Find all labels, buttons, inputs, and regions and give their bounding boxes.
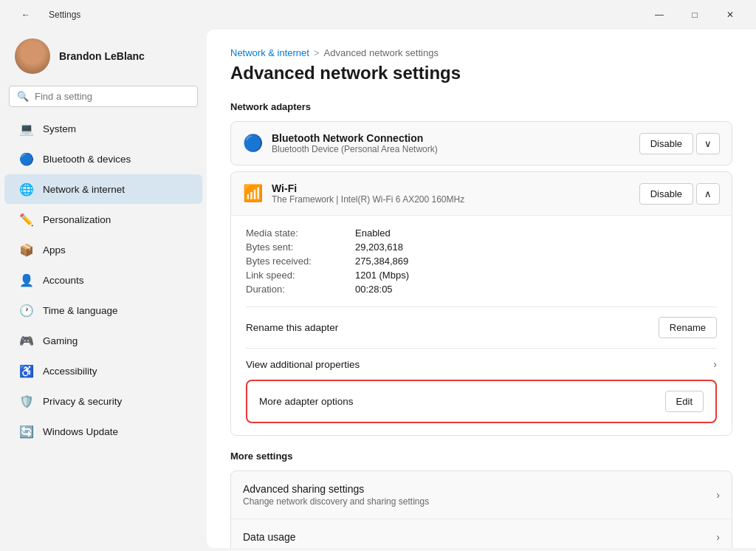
action-row-rename: Rename this adapter Rename xyxy=(246,307,717,348)
chevron-button-wifi-adapter[interactable]: ∧ xyxy=(696,183,720,205)
section-more-settings: More settings xyxy=(230,451,732,462)
user-name: Brandon LeBlanc xyxy=(59,50,145,62)
sidebar-item-windows-update[interactable]: 🔄 Windows Update xyxy=(4,417,202,446)
adapter-expanded-wifi-adapter: Media state:EnabledBytes sent:29,203,618… xyxy=(231,215,732,435)
minimize-button[interactable]: — xyxy=(642,4,676,25)
maximize-button[interactable]: □ xyxy=(678,4,712,25)
disable-button-wifi-adapter[interactable]: Disable xyxy=(639,183,693,205)
accessibility-icon: ♿ xyxy=(19,363,34,378)
accounts-icon: 👤 xyxy=(19,273,34,287)
main-content: Network & internet > Advanced network se… xyxy=(207,30,756,548)
privacy-icon: 🛡️ xyxy=(19,394,34,408)
adapter-icon-wifi-adapter: 📶 xyxy=(243,184,263,203)
sidebar-item-gaming[interactable]: 🎮 Gaming xyxy=(4,326,202,355)
avatar xyxy=(15,38,50,74)
adapter-card-bluetooth-adapter: 🔵 Bluetooth Network Connection Bluetooth… xyxy=(230,121,732,165)
titlebar: ← Settings — □ ✕ xyxy=(0,0,756,27)
settings-chevron-data-usage: › xyxy=(716,531,720,543)
app-title: Settings xyxy=(49,10,80,20)
network-icon: 🌐 xyxy=(19,182,34,196)
sidebar-item-accounts[interactable]: 👤 Accounts xyxy=(4,265,202,295)
sidebar-item-bluetooth[interactable]: 🔵 Bluetooth & devices xyxy=(4,144,202,174)
sidebar-label-apps: Apps xyxy=(43,244,66,256)
search-box: 🔍 xyxy=(9,86,198,107)
stat-value-4: 00:28:05 xyxy=(355,284,717,295)
stat-label-1: Bytes sent: xyxy=(246,242,349,253)
breadcrumb-current: Advanced network settings xyxy=(324,47,439,58)
stat-value-0: Enabled xyxy=(355,227,717,239)
sidebar-label-network: Network & internet xyxy=(43,184,125,195)
adapter-row-bluetooth-adapter: 🔵 Bluetooth Network Connection Bluetooth… xyxy=(231,122,732,165)
sidebar-item-personalization[interactable]: ✏️ Personalization xyxy=(4,205,202,234)
sidebar-item-accessibility[interactable]: ♿ Accessibility xyxy=(4,356,202,386)
stat-value-3: 1201 (Mbps) xyxy=(355,270,717,281)
action-row-view-props[interactable]: View additional properties › xyxy=(246,348,717,380)
stat-label-4: Duration: xyxy=(246,284,349,295)
settings-row-data-usage[interactable]: Data usage › xyxy=(231,519,732,548)
chevron-button-bluetooth-adapter[interactable]: ∨ xyxy=(696,133,720,154)
adapter-row-wifi-adapter: 📶 Wi-Fi The Framework | Intel(R) Wi-Fi 6… xyxy=(231,172,732,215)
action-label-rename: Rename this adapter xyxy=(246,322,659,333)
sidebar: Brandon LeBlanc 🔍 💻 System 🔵 Bluetooth &… xyxy=(0,27,207,551)
adapter-card-wifi-adapter: 📶 Wi-Fi The Framework | Intel(R) Wi-Fi 6… xyxy=(230,171,732,436)
page-title: Advanced network settings xyxy=(230,63,732,83)
action-label-view-props: View additional properties xyxy=(246,359,713,370)
sidebar-label-accounts: Accounts xyxy=(43,275,84,286)
adapter-name-bluetooth-adapter: Bluetooth Network Connection xyxy=(272,132,630,144)
nav-list: 💻 System 🔵 Bluetooth & devices 🌐 Network… xyxy=(0,113,207,447)
action-btn-rename[interactable]: Rename xyxy=(659,317,717,338)
settings-info-advanced-sharing: Advanced sharing settings Change network… xyxy=(243,483,716,507)
stat-label-0: Media state: xyxy=(246,227,349,239)
chevron-icon-view-props: › xyxy=(713,358,717,370)
adapters-list: 🔵 Bluetooth Network Connection Bluetooth… xyxy=(230,121,732,436)
window-controls: — □ ✕ xyxy=(642,4,747,25)
settings-row-advanced-sharing[interactable]: Advanced sharing settings Change network… xyxy=(231,471,732,519)
stat-value-1: 29,203,618 xyxy=(355,242,717,253)
sidebar-label-bluetooth: Bluetooth & devices xyxy=(43,154,131,165)
search-icon: 🔍 xyxy=(17,91,29,102)
settings-info-data-usage: Data usage xyxy=(243,531,716,543)
adapter-desc-wifi-adapter: The Framework | Intel(R) Wi-Fi 6 AX200 1… xyxy=(272,194,630,205)
close-button[interactable]: ✕ xyxy=(713,4,747,25)
sidebar-label-windows-update: Windows Update xyxy=(43,426,118,437)
sidebar-label-gaming: Gaming xyxy=(43,335,78,346)
gaming-icon: 🎮 xyxy=(19,333,34,348)
adapter-desc-bluetooth-adapter: Bluetooth Device (Personal Area Network) xyxy=(272,144,630,154)
action-label-more-options: More adapter options xyxy=(259,396,665,407)
settings-name-advanced-sharing: Advanced sharing settings xyxy=(243,483,716,495)
sidebar-label-system: System xyxy=(43,123,76,134)
settings-name-data-usage: Data usage xyxy=(243,531,716,543)
sidebar-item-privacy[interactable]: 🛡️ Privacy & security xyxy=(4,386,202,416)
user-profile: Brandon LeBlanc xyxy=(0,27,207,83)
breadcrumb: Network & internet > Advanced network se… xyxy=(230,47,732,58)
adapter-info-bluetooth-adapter: Bluetooth Network Connection Bluetooth D… xyxy=(272,132,630,154)
stats-grid-wifi-adapter: Media state:EnabledBytes sent:29,203,618… xyxy=(246,227,717,295)
sidebar-item-apps[interactable]: 📦 Apps xyxy=(4,235,202,264)
breadcrumb-separator: > xyxy=(314,47,320,58)
adapter-info-wifi-adapter: Wi-Fi The Framework | Intel(R) Wi-Fi 6 A… xyxy=(272,182,630,205)
search-input[interactable] xyxy=(35,91,190,102)
action-row-more-options: More adapter options Edit xyxy=(247,381,715,422)
action-btn-more-options[interactable]: Edit xyxy=(665,391,704,412)
stat-label-2: Bytes received: xyxy=(246,256,349,267)
sidebar-label-accessibility: Accessibility xyxy=(43,366,97,377)
stat-value-2: 275,384,869 xyxy=(355,256,717,267)
adapter-name-wifi-adapter: Wi-Fi xyxy=(272,182,630,194)
breadcrumb-parent[interactable]: Network & internet xyxy=(230,47,309,58)
system-icon: 💻 xyxy=(19,121,34,136)
sidebar-item-network[interactable]: 🌐 Network & internet xyxy=(4,174,202,204)
disable-button-bluetooth-adapter[interactable]: Disable xyxy=(639,133,693,154)
more-settings-list: Advanced sharing settings Change network… xyxy=(230,470,732,548)
settings-chevron-advanced-sharing: › xyxy=(716,489,720,501)
sidebar-label-time: Time & language xyxy=(43,305,118,316)
sidebar-item-time[interactable]: 🕐 Time & language xyxy=(4,295,202,325)
sidebar-label-personalization: Personalization xyxy=(43,214,111,225)
time-icon: 🕐 xyxy=(19,303,34,318)
sidebar-item-system[interactable]: 💻 System xyxy=(4,114,202,143)
settings-desc-advanced-sharing: Change network discovery and sharing set… xyxy=(243,496,716,507)
apps-icon: 📦 xyxy=(19,242,34,257)
back-button[interactable]: ← xyxy=(9,4,43,25)
windows-update-icon: 🔄 xyxy=(19,424,34,439)
stat-label-3: Link speed: xyxy=(246,270,349,281)
section-network-adapters: Network adapters xyxy=(230,101,732,112)
